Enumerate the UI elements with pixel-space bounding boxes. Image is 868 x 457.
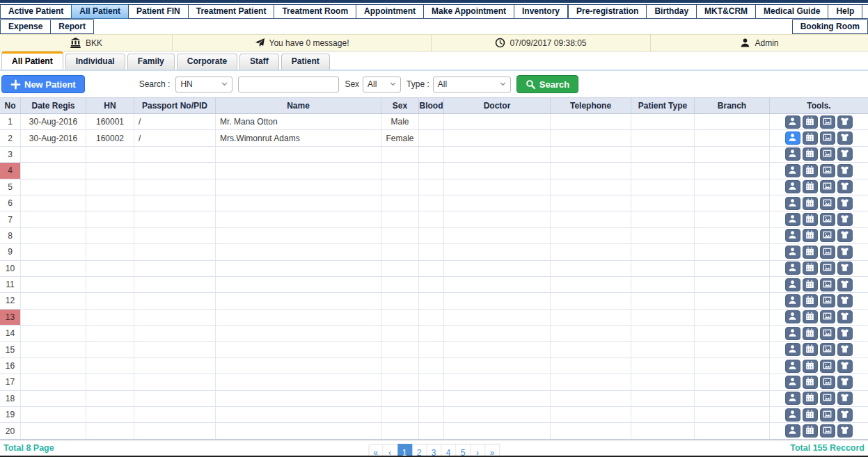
- shirt-tool-button[interactable]: [837, 424, 853, 438]
- main-tab-active-patient[interactable]: Active Patient: [0, 4, 72, 19]
- shirt-tool-button[interactable]: [837, 262, 853, 275]
- main-tab-birthday[interactable]: Birthday: [646, 4, 697, 19]
- sub-tab-corporate[interactable]: Corporate: [177, 54, 237, 70]
- main-tab-treatment-room[interactable]: Treatment Room: [274, 4, 356, 19]
- calendar-tool-button[interactable]: [803, 229, 818, 242]
- calendar-tool-button[interactable]: [803, 343, 818, 356]
- calendar-tool-button[interactable]: [803, 262, 818, 275]
- user-tool-button[interactable]: [785, 229, 800, 242]
- calendar-tool-button[interactable]: [803, 392, 818, 405]
- table-row[interactable]: 13: [0, 310, 868, 326]
- sub-tab-family[interactable]: Family: [127, 54, 175, 70]
- user-indicator[interactable]: Admin: [651, 35, 868, 51]
- table-row[interactable]: 17: [0, 374, 868, 390]
- pagination-item[interactable]: ›: [471, 444, 485, 457]
- calendar-tool-button[interactable]: [803, 147, 818, 161]
- shirt-tool-button[interactable]: [837, 164, 853, 177]
- calendar-tool-button[interactable]: [803, 424, 818, 438]
- sub-tab-patient[interactable]: Patient: [281, 54, 330, 70]
- search-field-select[interactable]: HN: [175, 77, 232, 93]
- image-tool-button[interactable]: [820, 246, 835, 259]
- user-tool-button[interactable]: [785, 180, 800, 193]
- main-tab-make-appointment[interactable]: Make Appointment: [423, 4, 514, 19]
- user-tool-button[interactable]: [785, 294, 800, 307]
- shirt-tool-button[interactable]: [837, 360, 853, 373]
- main-tab-help[interactable]: Help: [828, 4, 862, 19]
- table-row[interactable]: 19: [0, 407, 868, 423]
- table-row[interactable]: 12: [0, 293, 868, 309]
- image-tool-button[interactable]: [820, 262, 835, 275]
- table-row[interactable]: 15: [0, 342, 868, 358]
- main-tab-setting[interactable]: Setting: [862, 4, 868, 19]
- user-tool-button[interactable]: [785, 278, 800, 291]
- shirt-tool-button[interactable]: [837, 343, 853, 356]
- image-tool-button[interactable]: [820, 310, 835, 323]
- table-row[interactable]: 3: [0, 147, 868, 163]
- pagination-item[interactable]: 1: [397, 444, 412, 457]
- shirt-tool-button[interactable]: [837, 180, 853, 193]
- pagination-item[interactable]: 4: [441, 444, 456, 457]
- pagination-item[interactable]: «: [368, 444, 383, 457]
- calendar-tool-button[interactable]: [803, 310, 818, 323]
- user-tool-button[interactable]: [785, 327, 800, 340]
- table-row[interactable]: 9: [0, 244, 868, 260]
- image-tool-button[interactable]: [820, 115, 835, 129]
- user-tool-button[interactable]: [785, 115, 800, 129]
- shirt-tool-button[interactable]: [837, 115, 853, 129]
- user-tool-button[interactable]: [785, 262, 800, 275]
- shirt-tool-button[interactable]: [837, 327, 853, 340]
- shirt-tool-button[interactable]: [837, 147, 853, 161]
- main-tab-report[interactable]: Report: [50, 19, 94, 34]
- shirt-tool-button[interactable]: [837, 376, 853, 389]
- image-tool-button[interactable]: [820, 327, 835, 340]
- table-row[interactable]: 4: [0, 163, 868, 179]
- calendar-tool-button[interactable]: [803, 131, 818, 145]
- main-tab-mkt-crm[interactable]: MKT&CRM: [696, 4, 756, 19]
- user-tool-button[interactable]: [785, 131, 800, 145]
- table-row[interactable]: 11: [0, 277, 868, 293]
- user-tool-button[interactable]: [785, 164, 800, 177]
- image-tool-button[interactable]: [820, 424, 835, 438]
- main-tab-inventory[interactable]: Inventory: [514, 4, 568, 19]
- main-tab-all-patient[interactable]: All Patient: [71, 4, 129, 19]
- type-select[interactable]: All: [433, 77, 511, 93]
- table-row[interactable]: 14: [0, 326, 868, 342]
- shirt-tool-button[interactable]: [837, 310, 853, 323]
- user-tool-button[interactable]: [785, 197, 800, 210]
- shirt-tool-button[interactable]: [837, 392, 853, 405]
- sub-tab-staff[interactable]: Staff: [239, 54, 279, 70]
- calendar-tool-button[interactable]: [803, 278, 818, 291]
- sub-tab-individual[interactable]: Individual: [65, 54, 125, 70]
- pagination-item[interactable]: 3: [427, 444, 441, 457]
- main-tab-pre-registration[interactable]: Pre-registration: [568, 4, 647, 19]
- user-tool-button[interactable]: [785, 424, 800, 438]
- calendar-tool-button[interactable]: [803, 164, 818, 177]
- table-row[interactable]: 20: [0, 423, 868, 439]
- main-tab-patient-fin[interactable]: Patient FIN: [128, 4, 189, 19]
- main-tab-medical-guide[interactable]: Medical Guide: [755, 4, 828, 19]
- shirt-tool-button[interactable]: [837, 408, 853, 422]
- table-row[interactable]: 230-Aug-2016160002/Mrs.Wimonrut AdamsFem…: [0, 130, 868, 146]
- image-tool-button[interactable]: [820, 294, 835, 307]
- shirt-tool-button[interactable]: [837, 131, 853, 145]
- image-tool-button[interactable]: [820, 278, 835, 291]
- image-tool-button[interactable]: [820, 392, 835, 405]
- shirt-tool-button[interactable]: [837, 278, 853, 291]
- table-row[interactable]: 18: [0, 391, 868, 407]
- calendar-tool-button[interactable]: [803, 115, 818, 129]
- main-tab-expense[interactable]: Expense: [0, 19, 51, 34]
- calendar-tool-button[interactable]: [803, 213, 818, 226]
- table-row[interactable]: 130-Aug-2016160001/Mr. Mana OttonMale: [0, 114, 868, 130]
- user-tool-button[interactable]: [785, 376, 800, 389]
- calendar-tool-button[interactable]: [803, 197, 818, 210]
- main-tab-booking-room[interactable]: Booking Room: [792, 19, 868, 34]
- search-button[interactable]: Search: [516, 75, 578, 93]
- image-tool-button[interactable]: [820, 131, 835, 145]
- pagination-item[interactable]: 5: [456, 444, 471, 457]
- image-tool-button[interactable]: [820, 229, 835, 242]
- shirt-tool-button[interactable]: [837, 229, 853, 242]
- user-tool-button[interactable]: [785, 360, 800, 373]
- pagination-item[interactable]: 2: [412, 444, 427, 457]
- calendar-tool-button[interactable]: [803, 327, 818, 340]
- table-row[interactable]: 8: [0, 228, 868, 244]
